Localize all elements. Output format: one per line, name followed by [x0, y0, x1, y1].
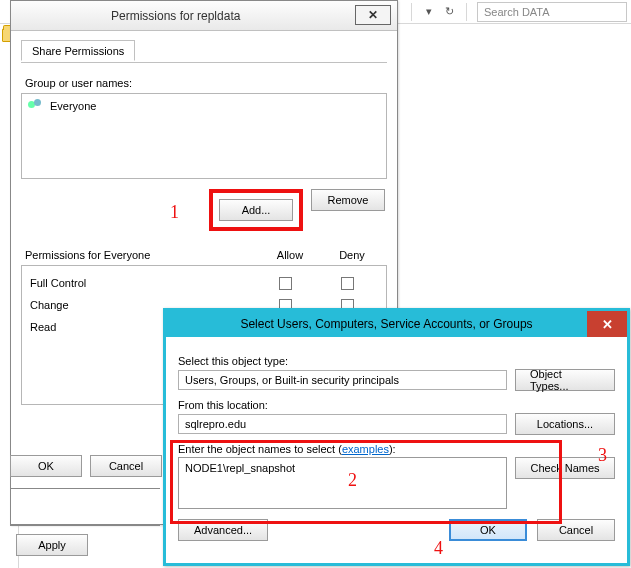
callout-4: 4	[434, 538, 443, 559]
dialog-title: Select Users, Computers, Service Account…	[240, 317, 532, 331]
apply-button[interactable]: Apply	[16, 534, 88, 556]
select-users-dialog: Select Users, Computers, Service Account…	[163, 308, 630, 566]
ok-button[interactable]: OK	[10, 455, 82, 477]
cancel-button[interactable]: Cancel	[90, 455, 162, 477]
callout-3: 3	[598, 445, 607, 466]
col-deny: Deny	[321, 249, 383, 261]
group-name: Everyone	[50, 100, 96, 112]
label-text: Enter the object names to select (	[178, 443, 342, 455]
location-field[interactable]: sqlrepro.edu	[178, 414, 507, 434]
label-text: ):	[389, 443, 396, 455]
apply-row: Apply	[16, 534, 88, 556]
add-highlight-box: Add...	[209, 189, 303, 231]
dialog-titlebar[interactable]: Permissions for repldata ✕	[11, 1, 397, 31]
cancel-button[interactable]: Cancel	[537, 519, 615, 541]
object-names-input[interactable]: NODE1\repl_snapshot	[178, 457, 507, 509]
dialog-buttons: OK Cancel	[10, 455, 162, 477]
object-type-field[interactable]: Users, Groups, or Built-in security prin…	[178, 370, 507, 390]
callout-1: 1	[170, 202, 179, 223]
group-names-label: Group or user names:	[25, 77, 383, 89]
locations-button[interactable]: Locations...	[515, 413, 615, 435]
group-names-list[interactable]: Everyone	[21, 93, 387, 179]
tab-share-permissions[interactable]: Share Permissions	[21, 40, 135, 61]
col-allow: Allow	[259, 249, 321, 261]
allow-checkbox[interactable]	[279, 277, 292, 290]
group-icon	[28, 99, 44, 113]
perm-row: Full Control	[30, 272, 378, 294]
dialog-titlebar[interactable]: Select Users, Computers, Service Account…	[166, 311, 627, 337]
search-input[interactable]: Search DATA	[477, 2, 627, 22]
close-button[interactable]: ✕	[587, 311, 627, 337]
window-edge	[10, 488, 160, 526]
divider	[466, 3, 467, 21]
deny-checkbox[interactable]	[341, 277, 354, 290]
refresh-icon[interactable]: ↻	[442, 5, 456, 19]
location-label: From this location:	[178, 399, 615, 411]
perm-name: Full Control	[30, 277, 254, 289]
advanced-button[interactable]: Advanced...	[178, 519, 268, 541]
callout-2: 2	[348, 470, 357, 491]
list-item[interactable]: Everyone	[26, 98, 382, 114]
add-button[interactable]: Add...	[219, 199, 293, 221]
nav-down-icon[interactable]: ▾	[422, 5, 436, 19]
permissions-for-label: Permissions for Everyone	[25, 249, 259, 261]
ok-button[interactable]: OK	[449, 519, 527, 541]
object-names-label: Enter the object names to select (exampl…	[178, 443, 615, 455]
remove-button[interactable]: Remove	[311, 189, 385, 211]
object-types-button[interactable]: Object Types...	[515, 369, 615, 391]
dialog-title: Permissions for repldata	[111, 9, 240, 23]
object-type-label: Select this object type:	[178, 355, 615, 367]
examples-link[interactable]: examples	[342, 443, 389, 455]
tabstrip: Share Permissions	[21, 39, 387, 63]
close-button[interactable]: ✕	[355, 5, 391, 25]
divider	[411, 3, 412, 21]
